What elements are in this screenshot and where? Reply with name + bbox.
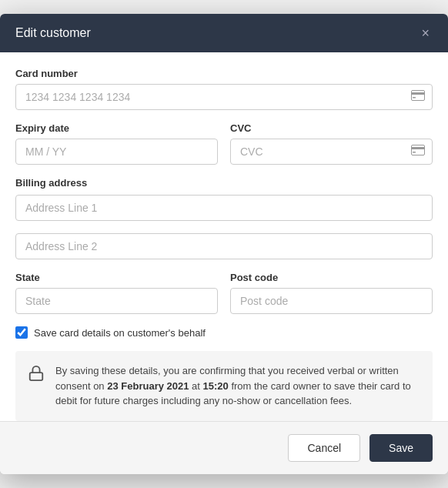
address1-input[interactable] (15, 195, 433, 221)
state-col: State (15, 272, 218, 314)
svg-rect-0 (412, 91, 425, 101)
card-number-input[interactable] (15, 84, 433, 110)
modal-backdrop: Edit customer × Card number (0, 14, 448, 474)
state-label: State (15, 272, 218, 283)
cvc-input-wrapper (230, 139, 433, 165)
state-input[interactable] (15, 288, 218, 314)
card-number-label: Card number (15, 68, 433, 79)
consent-text: By saving these details, you are confirm… (55, 363, 420, 409)
modal-title: Edit customer (15, 26, 91, 40)
close-button[interactable]: × (418, 26, 433, 40)
cvc-input[interactable] (230, 139, 433, 165)
cvc-label: CVC (230, 122, 433, 134)
cancel-button[interactable]: Cancel (288, 434, 360, 462)
save-button[interactable]: Save (369, 434, 433, 462)
card-number-input-wrapper (15, 84, 433, 110)
save-card-row: Save card details on customer's behalf (15, 326, 433, 339)
save-card-label[interactable]: Save card details on customer's behalf (34, 327, 206, 339)
cvc-col: CVC (230, 122, 433, 165)
billing-section: Billing address (15, 177, 433, 259)
svg-rect-5 (413, 152, 416, 153)
svg-rect-3 (412, 145, 425, 155)
expiry-col: Expiry date (15, 122, 218, 165)
consent-box: By saving these details, you are confirm… (15, 351, 433, 421)
svg-rect-1 (411, 92, 425, 95)
card-icon (411, 90, 425, 104)
card-number-group: Card number (15, 68, 433, 110)
address2-input[interactable] (15, 233, 433, 259)
state-postcode-row: State Post code (15, 272, 433, 314)
postcode-col: Post code (230, 272, 433, 314)
svg-rect-4 (411, 147, 425, 149)
save-card-checkbox[interactable] (15, 326, 28, 339)
expiry-label: Expiry date (15, 122, 218, 134)
expiry-cvc-row: Expiry date CVC (15, 122, 433, 165)
modal-body: Card number Expiry date (0, 52, 448, 421)
expiry-input[interactable] (15, 139, 218, 165)
cvc-card-icon (411, 145, 425, 159)
postcode-label: Post code (230, 272, 433, 283)
modal-footer: Cancel Save (0, 421, 448, 474)
svg-rect-6 (30, 373, 43, 380)
modal-header: Edit customer × (0, 14, 448, 52)
edit-customer-modal: Edit customer × Card number (0, 14, 448, 474)
postcode-input[interactable] (230, 288, 433, 314)
lock-icon (28, 365, 45, 385)
billing-label: Billing address (15, 177, 433, 189)
address1-group (15, 195, 433, 221)
svg-rect-2 (413, 97, 416, 99)
address2-group (15, 233, 433, 259)
